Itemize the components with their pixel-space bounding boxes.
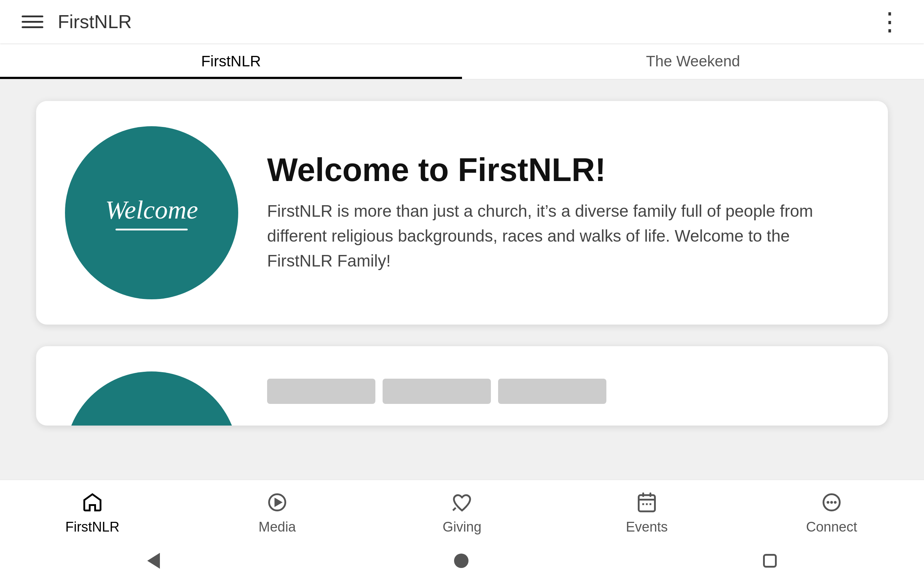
title-block-2 [383, 379, 491, 404]
main-content: Welcome Welcome to FirstNLR! FirstNLR is… [0, 79, 924, 508]
svg-point-4 [830, 501, 833, 504]
overview-square-icon [763, 554, 777, 567]
giving-icon [449, 490, 475, 515]
title-block-3 [498, 379, 606, 404]
welcome-circle: Welcome [65, 126, 238, 299]
play-circle-icon [265, 490, 290, 515]
nav-label-events: Events [626, 519, 668, 535]
nav-label-connect: Connect [806, 519, 857, 535]
more-options-button[interactable]: ⋮ [877, 9, 902, 34]
welcome-underline [115, 229, 188, 230]
system-overview-button[interactable] [763, 554, 777, 567]
second-card-title-bar [267, 379, 859, 404]
svg-point-5 [834, 501, 837, 504]
nav-label-firstnlr: FirstNLR [65, 519, 120, 535]
nav-label-giving: Giving [443, 519, 481, 535]
welcome-description: FirstNLR is more than just a church, it’… [267, 199, 859, 273]
welcome-circle-text: Welcome [105, 195, 198, 225]
hamburger-menu-button[interactable] [22, 11, 43, 32]
second-card-circle [65, 371, 238, 425]
app-bar-left: FirstNLR [22, 11, 132, 32]
tab-weekend[interactable]: The Weekend [462, 43, 924, 79]
bottom-nav: FirstNLR Media Giving [0, 480, 924, 545]
nav-item-connect[interactable]: Connect [795, 490, 868, 535]
app-title: FirstNLR [58, 11, 132, 32]
system-home-button[interactable] [454, 554, 468, 568]
nav-item-events[interactable]: Events [611, 490, 683, 535]
tab-bar: FirstNLR The Weekend [0, 43, 924, 79]
home-icon [80, 490, 105, 515]
title-block-1 [267, 379, 375, 404]
back-triangle-icon [147, 553, 160, 569]
system-back-button[interactable] [147, 553, 160, 569]
svg-point-3 [827, 501, 829, 504]
second-card [36, 346, 888, 425]
second-card-content [267, 371, 859, 404]
welcome-card-content: Welcome to FirstNLR! FirstNLR is more th… [267, 152, 859, 273]
chat-bubble-icon [819, 490, 844, 515]
app-bar: FirstNLR ⋮ [0, 0, 924, 43]
home-circle-icon [454, 554, 468, 568]
nav-item-media[interactable]: Media [241, 490, 313, 535]
welcome-title: Welcome to FirstNLR! [267, 152, 859, 188]
nav-label-media: Media [258, 519, 296, 535]
calendar-icon [634, 490, 659, 515]
nav-item-giving[interactable]: Giving [426, 490, 498, 535]
nav-item-firstnlr[interactable]: FirstNLR [56, 490, 129, 535]
tab-firstnlr[interactable]: FirstNLR [0, 43, 462, 79]
system-nav [0, 545, 924, 577]
welcome-card: Welcome Welcome to FirstNLR! FirstNLR is… [36, 101, 888, 324]
